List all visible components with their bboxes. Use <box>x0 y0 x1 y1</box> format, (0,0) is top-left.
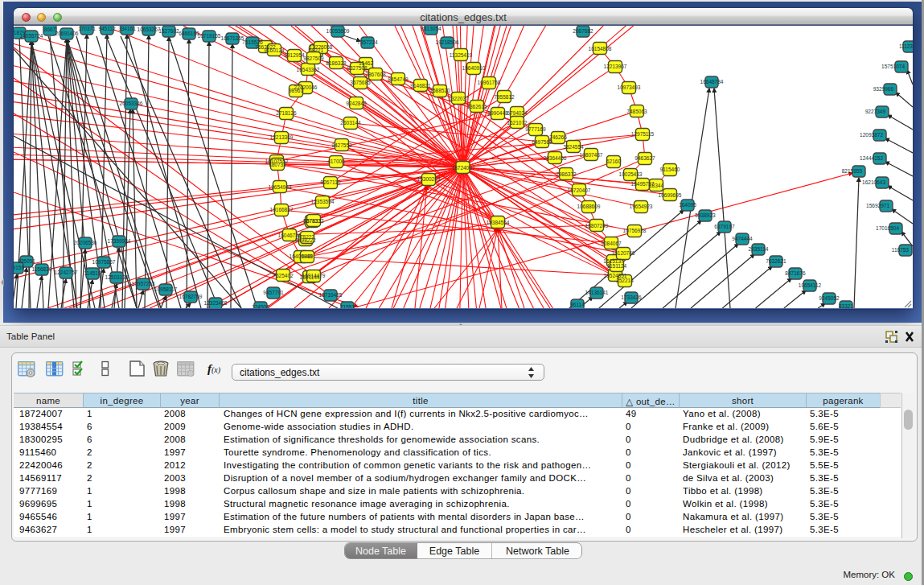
svg-text:9777169: 9777169 <box>525 126 546 132</box>
svg-text:11325419: 11325419 <box>450 52 473 58</box>
svg-text:96114: 96114 <box>570 302 585 307</box>
svg-text:16120746: 16120746 <box>612 250 635 256</box>
svg-text:2087682: 2087682 <box>573 28 593 34</box>
svg-text:16914479: 16914479 <box>302 273 326 278</box>
svg-text:9227349: 9227349 <box>865 109 886 114</box>
svg-text:12353594: 12353594 <box>311 199 335 204</box>
svg-text:16210643: 16210643 <box>862 179 885 185</box>
svg-text:1527602: 1527602 <box>158 28 179 34</box>
svg-text:10756928: 10756928 <box>623 228 647 233</box>
svg-text:19654923: 19654923 <box>630 204 653 209</box>
svg-text:2867608: 2867608 <box>365 72 386 77</box>
svg-text:9327508: 9327508 <box>347 65 368 71</box>
svg-text:12213967: 12213967 <box>604 64 627 69</box>
svg-text:15692971: 15692971 <box>866 203 889 208</box>
svg-text:116753: 116753 <box>892 247 910 253</box>
svg-text:12213369: 12213369 <box>270 134 294 140</box>
svg-text:16154808: 16154808 <box>589 46 612 51</box>
svg-text:9245052: 9245052 <box>819 295 840 301</box>
svg-text:12093872: 12093872 <box>860 132 883 138</box>
svg-text:17016504: 17016504 <box>876 225 899 231</box>
svg-text:8471676: 8471676 <box>785 270 806 276</box>
svg-text:3824554: 3824554 <box>563 144 584 150</box>
svg-text:15720407: 15720407 <box>568 187 591 193</box>
svg-text:20691406: 20691406 <box>55 31 79 36</box>
svg-text:6794024: 6794024 <box>507 110 528 116</box>
svg-text:10653267: 10653267 <box>138 27 161 32</box>
svg-text:19384554: 19384554 <box>487 220 510 225</box>
svg-text:9115460: 9115460 <box>660 167 680 172</box>
svg-text:16782759: 16782759 <box>179 294 203 299</box>
svg-text:18807249: 18807249 <box>585 223 609 229</box>
svg-text:12323468: 12323468 <box>204 300 228 306</box>
svg-text:15751074: 15751074 <box>881 64 905 69</box>
svg-text:10053609: 10053609 <box>326 28 350 34</box>
svg-text:15300293: 15300293 <box>417 176 441 182</box>
svg-text:10973493: 10973493 <box>618 84 641 90</box>
svg-text:14136141: 14136141 <box>585 290 609 295</box>
svg-text:170371: 170371 <box>78 26 96 31</box>
svg-text:17359934: 17359934 <box>108 238 131 244</box>
svg-text:10025433: 10025433 <box>619 171 643 177</box>
svg-text:15640910: 15640910 <box>462 65 486 71</box>
svg-text:1588520: 1588520 <box>429 88 450 93</box>
svg-text:164095: 164095 <box>679 202 696 208</box>
svg-text:12975115: 12975115 <box>631 131 655 137</box>
svg-text:11123: 11123 <box>899 43 913 49</box>
svg-text:20364456: 20364456 <box>544 155 567 161</box>
svg-text:1156829: 1156829 <box>32 266 52 272</box>
svg-text:(x): (x) <box>211 365 221 375</box>
svg-text:9457791: 9457791 <box>263 290 284 295</box>
svg-text:9474444: 9474444 <box>732 236 753 241</box>
svg-text:1733426: 1733426 <box>621 295 642 300</box>
svg-text:2603144: 2603144 <box>340 120 361 126</box>
svg-text:6497568: 6497568 <box>532 139 552 145</box>
svg-text:8990448: 8990448 <box>487 110 508 116</box>
svg-text:19654943: 19654943 <box>269 184 292 190</box>
svg-text:3675685: 3675685 <box>350 80 371 85</box>
svg-text:19166827: 19166827 <box>270 207 294 212</box>
svg-text:2935114: 2935114 <box>749 246 769 252</box>
svg-text:6489: 6489 <box>302 253 314 259</box>
svg-text:10958117: 10958117 <box>154 286 178 292</box>
svg-text:334161: 334161 <box>118 26 136 31</box>
svg-text:7485063: 7485063 <box>626 109 647 114</box>
svg-text:16543362: 16543362 <box>297 67 320 72</box>
svg-text:180731: 180731 <box>269 162 286 167</box>
svg-text:9160124: 9160124 <box>264 47 285 53</box>
svg-text:12503135: 12503135 <box>105 274 129 280</box>
svg-text:13226058: 13226058 <box>310 44 333 50</box>
svg-text:15716485: 15716485 <box>319 292 343 298</box>
svg-text:1151124: 1151124 <box>607 263 627 269</box>
svg-text:18724007: 18724007 <box>452 165 475 171</box>
svg-text:7632621: 7632621 <box>766 258 786 264</box>
svg-text:14055724: 14055724 <box>20 33 43 39</box>
svg-text:10975857: 10975857 <box>92 259 116 265</box>
svg-text:7357224: 7357224 <box>357 39 378 45</box>
svg-text:8912954: 8912954 <box>284 52 305 58</box>
svg-text:945112: 945112 <box>98 26 116 31</box>
svg-text:9827509: 9827509 <box>303 56 324 61</box>
svg-text:9084067: 9084067 <box>601 241 622 246</box>
svg-text:1621072: 1621072 <box>507 120 528 126</box>
svg-text:9463627: 9463627 <box>634 155 655 161</box>
svg-text:8267110: 8267110 <box>321 179 341 185</box>
svg-text:9146821: 9146821 <box>410 83 431 89</box>
svg-text:20053346: 20053346 <box>120 101 143 106</box>
svg-text:7955812: 7955812 <box>494 94 515 100</box>
svg-text:7986372: 7986372 <box>556 171 577 177</box>
svg-text:124500: 124500 <box>252 304 269 308</box>
svg-text:835051: 835051 <box>18 258 35 264</box>
svg-text:12444152: 12444152 <box>860 155 883 161</box>
svg-text:10699695: 10699695 <box>659 192 682 198</box>
svg-text:7625402: 7625402 <box>273 273 294 278</box>
svg-text:1362615: 1362615 <box>466 104 487 109</box>
svg-text:9427552: 9427552 <box>331 142 352 148</box>
svg-text:9242848: 9242848 <box>346 101 367 106</box>
svg-text:39159: 39159 <box>14 265 24 270</box>
svg-text:83321: 83321 <box>839 303 853 308</box>
svg-text:19218506: 19218506 <box>436 39 459 45</box>
svg-text:2718126: 2718126 <box>276 110 297 116</box>
svg-text:10654112: 10654112 <box>799 282 822 288</box>
svg-text:8454749: 8454749 <box>388 76 409 82</box>
